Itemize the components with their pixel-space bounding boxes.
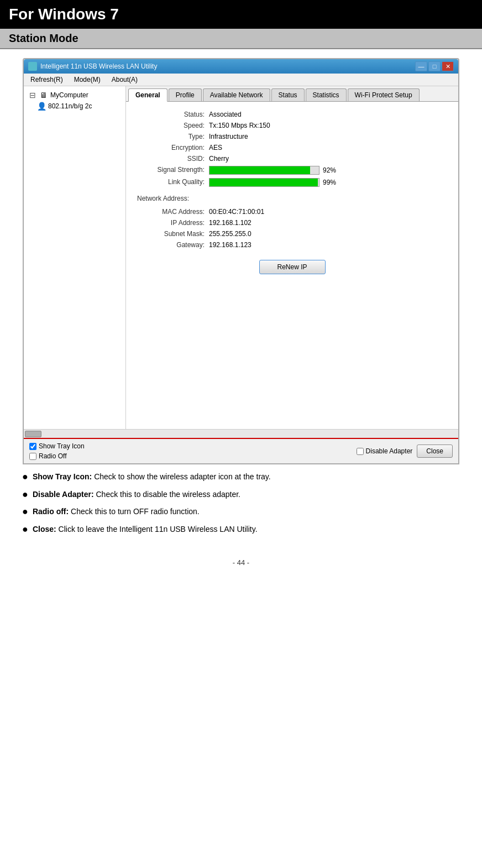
footer-right: Disable Adapter Close <box>357 445 453 458</box>
link-quality-container: 99% <box>209 178 336 187</box>
ip-label: IP Address: <box>137 219 209 227</box>
menu-mode[interactable]: Mode(M) <box>70 75 105 85</box>
maximize-button[interactable]: □ <box>428 61 441 71</box>
app-body: ⊟ 🖥 MyComputer 👤 802.11n/b/g 2c General … <box>24 86 458 429</box>
type-row: Type: Infrastructure <box>137 133 447 140</box>
status-row: Status: Associated <box>137 111 447 118</box>
encryption-label: Encryption: <box>137 144 209 151</box>
link-quality-percent: 99% <box>323 179 336 186</box>
disable-adapter-term: Disable Adapter: <box>33 490 94 499</box>
show-tray-icon-checkbox[interactable] <box>29 443 36 450</box>
speed-label: Speed: <box>137 122 209 129</box>
expand-icon: ⊟ <box>28 91 37 100</box>
disable-adapter-desc: Disable Adapter: Check this to disable t… <box>33 489 240 500</box>
show-tray-icon-label: Show Tray Icon <box>39 442 85 450</box>
mac-label: MAC Address: <box>137 208 209 216</box>
encryption-value: AES <box>209 144 222 151</box>
horizontal-scrollbar[interactable] <box>24 429 458 438</box>
tab-status[interactable]: Status <box>271 88 305 101</box>
section-title: Station Mode <box>0 29 482 49</box>
type-label: Type: <box>137 133 209 140</box>
sidebar-adapter-label: 802.11n/b/g 2c <box>48 102 92 110</box>
type-value: Infrastructure <box>209 133 248 140</box>
general-panel: Status: Associated Speed: Tx:150 Mbps Rx… <box>126 102 458 411</box>
gateway-label: Gateway: <box>137 241 209 249</box>
network-address-section: Network Address: <box>137 195 447 202</box>
signal-strength-fill <box>209 166 310 174</box>
page-number: - 44 - <box>11 547 471 578</box>
footer-left: Show Tray Icon Radio Off <box>29 442 85 460</box>
main-panel: General Profile Available Network Status… <box>126 86 458 429</box>
gateway-value: 192.168.1.123 <box>209 241 252 249</box>
app-icon <box>28 62 37 71</box>
signal-strength-bar <box>209 166 319 175</box>
windows-app-window: Intelligent 11n USB Wireless LAN Utility… <box>23 58 459 464</box>
tab-statistics[interactable]: Statistics <box>306 88 347 101</box>
link-quality-bar <box>209 178 319 187</box>
page-title: For Windows 7 <box>0 0 482 29</box>
disable-adapter-checkbox[interactable] <box>357 448 364 455</box>
status-label: Status: <box>137 111 209 118</box>
computer-icon: 🖥 <box>39 91 48 100</box>
minimize-button[interactable]: — <box>415 61 427 71</box>
radio-off-item[interactable]: Radio Off <box>29 452 85 460</box>
sidebar-item-adapter[interactable]: 👤 802.11n/b/g 2c <box>26 101 123 112</box>
subnet-label: Subnet Mask: <box>137 230 209 238</box>
bullet-dot-3: ● <box>22 506 28 518</box>
sidebar-item-computer[interactable]: ⊟ 🖥 MyComputer <box>26 90 123 101</box>
tab-wifi-protect[interactable]: Wi-Fi Protect Setup <box>348 88 420 101</box>
show-tray-desc: Show Tray Icon: Check to show the wirele… <box>33 471 271 483</box>
description-list: ● Show Tray Icon: Check to show the wire… <box>11 464 471 547</box>
tab-profile[interactable]: Profile <box>169 88 202 101</box>
ip-row: IP Address: 192.168.1.102 <box>137 219 447 227</box>
menu-about[interactable]: About(A) <box>107 75 142 85</box>
mac-row: MAC Address: 00:E0:4C:71:00:01 <box>137 208 447 216</box>
titlebar: Intelligent 11n USB Wireless LAN Utility… <box>24 59 458 74</box>
mac-value: 00:E0:4C:71:00:01 <box>209 208 264 216</box>
app-footer: Show Tray Icon Radio Off Disable Adapter… <box>24 438 458 463</box>
status-value: Associated <box>209 111 242 118</box>
list-item-show-tray: ● Show Tray Icon: Check to show the wire… <box>22 471 460 483</box>
tab-bar: General Profile Available Network Status… <box>126 86 458 102</box>
radio-off-checkbox[interactable] <box>29 453 36 460</box>
close-button[interactable]: Close <box>417 445 453 458</box>
ip-value: 192.168.1.102 <box>209 219 252 227</box>
scrollbar-thumb[interactable] <box>25 431 41 437</box>
signal-strength-container: 92% <box>209 166 336 175</box>
link-quality-label: Link Quality: <box>137 178 209 187</box>
disable-adapter-item[interactable]: Disable Adapter <box>357 447 413 455</box>
bullet-dot-2: ● <box>22 489 28 501</box>
radio-off-term: Radio off: <box>33 507 69 516</box>
speed-row: Speed: Tx:150 Mbps Rx:150 <box>137 122 447 129</box>
menubar: Refresh(R) Mode(M) About(A) <box>24 74 458 86</box>
list-item-radio-off: ● Radio off: Check this to turn OFF radi… <box>22 506 460 518</box>
list-item-disable-adapter: ● Disable Adapter: Check this to disable… <box>22 489 460 501</box>
bullet-dot-4: ● <box>22 524 28 536</box>
tab-general[interactable]: General <box>128 88 167 102</box>
link-quality-row: Link Quality: 99% <box>137 178 447 187</box>
titlebar-title: Intelligent 11n USB Wireless LAN Utility <box>40 62 157 70</box>
show-tray-term: Show Tray Icon: <box>33 472 92 481</box>
subnet-value: 255.255.255.0 <box>209 230 252 238</box>
menu-refresh[interactable]: Refresh(R) <box>26 75 67 85</box>
tab-available-network[interactable]: Available Network <box>203 88 270 101</box>
ssid-value: Cherry <box>209 155 229 163</box>
ssid-label: SSID: <box>137 155 209 163</box>
list-item-close: ● Close: Click to leave the Intelligent … <box>22 524 460 536</box>
window-close-button[interactable]: ✕ <box>442 61 454 71</box>
speed-value: Tx:150 Mbps Rx:150 <box>209 122 270 129</box>
link-quality-fill <box>209 179 318 186</box>
titlebar-left: Intelligent 11n USB Wireless LAN Utility <box>28 62 157 71</box>
titlebar-buttons: — □ ✕ <box>415 61 454 71</box>
signal-strength-row: Signal Strength: 92% <box>137 166 447 175</box>
gateway-row: Gateway: 192.168.1.123 <box>137 241 447 249</box>
sidebar: ⊟ 🖥 MyComputer 👤 802.11n/b/g 2c <box>24 86 126 429</box>
renew-ip-button[interactable]: ReNew IP <box>259 260 326 274</box>
subnet-row: Subnet Mask: 255.255.255.0 <box>137 230 447 238</box>
bullet-dot-1: ● <box>22 471 28 483</box>
sidebar-computer-label: MyComputer <box>50 91 88 99</box>
encryption-row: Encryption: AES <box>137 144 447 151</box>
close-desc: Close: Click to leave the Intelligent 11… <box>33 524 258 535</box>
show-tray-icon-item[interactable]: Show Tray Icon <box>29 442 85 450</box>
signal-strength-label: Signal Strength: <box>137 166 209 175</box>
